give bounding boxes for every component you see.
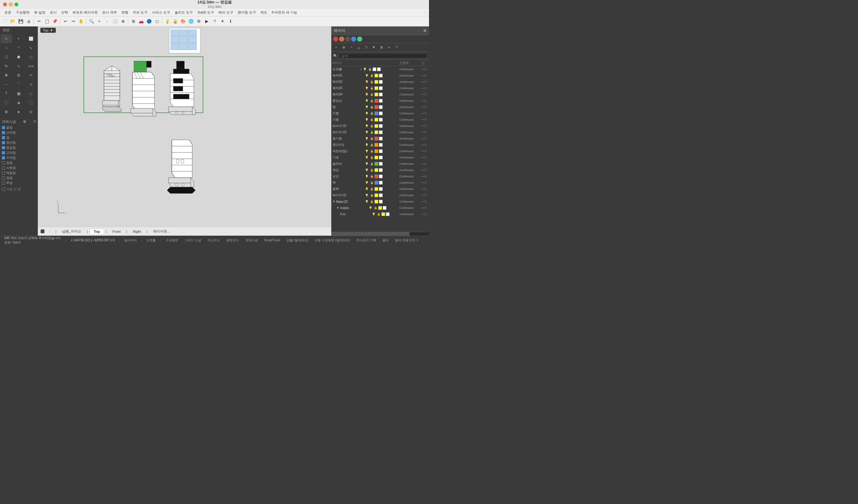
layer-row-column[interactable]: 기둥 💡 🔒 Continuous ↩가 — [331, 116, 429, 123]
layer-lock-layer01[interactable]: 🔒 — [369, 193, 374, 197]
tab-right[interactable]: Right — [129, 229, 145, 234]
tool-freeform[interactable]: ⬢ — [13, 53, 24, 61]
tb-shade[interactable]: 🔵 — [145, 18, 153, 25]
tool-color[interactable]: ● — [13, 108, 24, 116]
layer-light-column[interactable]: 💡 — [364, 117, 369, 122]
layer-light-curve[interactable]: 💡 — [371, 212, 376, 216]
minimize-button[interactable] — [9, 2, 13, 6]
layer-lock-curve[interactable]: 🔒 — [376, 212, 381, 216]
menu-cplane[interactable]: 구성평면 — [14, 10, 32, 15]
tb-car[interactable]: 🚗 — [138, 18, 145, 25]
snap-point[interactable]: 점 — [2, 135, 36, 140]
layer-lock-beam[interactable]: 🔒 — [369, 149, 374, 153]
layer-lock-terrain[interactable]: 🔒 — [369, 111, 374, 116]
layer-lock-railing[interactable]: 🔒 — [369, 174, 374, 179]
layer-row-curve[interactable]: 커브 💡 🔒 Continuous ↩가 — [331, 211, 429, 217]
layer-color-foundation[interactable] — [375, 156, 378, 159]
menu-curve-tools[interactable]: 커브 도구 — [131, 10, 149, 15]
tb-lock[interactable]: 🔒 — [172, 18, 179, 25]
snap-point-check[interactable] — [2, 136, 5, 139]
layer-print-color-make2d[interactable] — [379, 200, 383, 204]
layer-light-ground[interactable]: 💡 — [364, 105, 369, 109]
layer-add-btn[interactable]: + — [333, 44, 339, 51]
tool-copy[interactable]: ⧉ — [13, 71, 24, 80]
snap-vertex-check[interactable] — [2, 176, 5, 180]
layer-row-wall[interactable]: 벽 💡 🔒 Continuous ↩가 — [331, 180, 429, 186]
snap-tangent-check[interactable] — [2, 161, 5, 164]
layer-lock-domuntle[interactable]: 🔒 — [367, 67, 372, 71]
tool-trim[interactable]: ✂ — [25, 71, 36, 80]
layer-row-cylinder[interactable]: 원기둥 💡 🔒 Continuous ↩가 — [331, 135, 429, 142]
layer-print-color-hatch01[interactable] — [379, 74, 383, 78]
menu-surface-tools[interactable]: 서피스 도구 — [150, 10, 172, 15]
tb-sphere[interactable]: 🌐 — [187, 18, 195, 25]
snap-quad[interactable]: 사분점 — [2, 166, 36, 170]
tb-info[interactable]: ℹ — [227, 18, 234, 25]
layer-up-arrow[interactable]: △ — [355, 44, 362, 51]
layer-print-color-layer03[interactable] — [379, 130, 383, 134]
layer-grid-view[interactable]: ⊞ — [378, 44, 385, 51]
layer-row-make2d[interactable]: ▼ Make2D 💡 🔒 Continuous ↩가 — [331, 198, 429, 205]
layer-light-centerline[interactable]: 💡 — [364, 99, 369, 103]
status-filter[interactable]: 필터 — [380, 238, 391, 243]
status-history[interactable]: 히스토리 기록 — [355, 238, 378, 243]
layer-lock-slab[interactable]: 🔒 — [369, 162, 374, 166]
layer-print-color-railing[interactable] — [379, 175, 383, 178]
snap-tangent[interactable]: 접점 — [2, 161, 36, 165]
menu-solid-tools[interactable]: 솔리드 도구 — [173, 10, 195, 15]
snap-intersect-check[interactable] — [2, 151, 5, 155]
status-planar[interactable]: 평면모드 — [224, 238, 241, 243]
tool-extrude[interactable]: ⬛ — [1, 98, 12, 107]
layer-color-visible[interactable] — [378, 206, 382, 210]
layer-row-slab[interactable]: 슬라브 💡 🔒 Continuous ↩가 — [331, 161, 429, 167]
layer-scrollbar[interactable] — [331, 232, 429, 235]
menu-viewport-layout[interactable]: 뷰포트 레이아웃 — [70, 10, 100, 15]
layer-light-railing[interactable]: 💡 — [364, 174, 369, 179]
tb-help[interactable]: ? — [211, 18, 219, 25]
layer-lock-visible[interactable]: 🔒 — [373, 206, 378, 210]
layer-light-hatch03[interactable]: 💡 — [364, 86, 369, 91]
layer-print-color-foundation[interactable] — [379, 156, 383, 159]
layer-light-layer02[interactable]: 💡 — [364, 124, 369, 128]
snap-use-all-check[interactable] — [2, 188, 5, 191]
snap-center-check[interactable] — [2, 146, 5, 149]
layer-print-color-terrain[interactable] — [379, 112, 383, 115]
layer-lock-make2d[interactable]: 🔒 — [369, 199, 374, 204]
layer-down-arrow[interactable]: ▽ — [363, 44, 370, 51]
visible-collapse-icon[interactable]: ▼ — [336, 206, 339, 210]
tb-pan[interactable]: ⊕ — [119, 18, 127, 25]
layer-light-layer01[interactable]: 💡 — [364, 193, 369, 197]
snap-endpoint-check[interactable] — [2, 126, 5, 129]
layer-delete-btn[interactable]: ✕ — [348, 44, 355, 51]
layer-color-domuntle[interactable] — [372, 67, 376, 71]
layer-row-girder[interactable]: 콘(거더) 💡 🔒 Continuous ↩가 — [331, 142, 429, 148]
layer-color-orange[interactable] — [339, 36, 344, 42]
snap-near-check[interactable] — [2, 131, 5, 134]
layer-print-color-centerline[interactable] — [379, 99, 383, 103]
menu-transform[interactable]: 변형 — [120, 10, 130, 15]
layer-print-color-girder[interactable] — [379, 143, 383, 147]
tab-front[interactable]: Front — [109, 229, 125, 234]
layer-light-terrain[interactable]: 💡 — [364, 111, 369, 116]
tb-4view[interactable]: ⊞ — [129, 18, 137, 25]
tool-fillet[interactable]: ⌒ — [13, 80, 24, 89]
layer-row-centerline[interactable]: 중심선 💡 🔒 Continuous ↩가 — [331, 98, 429, 104]
menu-standard[interactable]: 표준 — [2, 10, 13, 15]
layer-light-hatch04[interactable]: 💡 — [364, 92, 369, 97]
layer-row-stairs[interactable]: 계단 💡 🔒 Continuous ↩가 — [331, 167, 429, 173]
layer-color-blue[interactable] — [351, 36, 356, 42]
layer-row-retwall[interactable]: 옹벽 💡 🔒 Continuous ↩가 — [331, 186, 429, 192]
layer-lock-retwall[interactable]: 🔒 — [369, 187, 374, 191]
layer-light-layer03[interactable]: 💡 — [364, 130, 369, 134]
layer-print-color-cylinder[interactable] — [379, 137, 383, 141]
layer-lock-hatch01[interactable]: 🔒 — [369, 74, 374, 78]
layer-color-make2d[interactable] — [375, 200, 378, 204]
status-layer-btn[interactable]: 도면틀 — [144, 238, 158, 243]
snap-settings-icon[interactable]: ⚙ — [23, 120, 26, 124]
layer-color-curve[interactable] — [381, 212, 385, 216]
layer-color-centerline[interactable] — [375, 99, 378, 103]
status-gumball[interactable]: 검볼 (절대좌표) — [285, 238, 310, 243]
snap-knot-check[interactable] — [2, 172, 5, 175]
layer-lock-girder[interactable]: 🔒 — [369, 143, 374, 147]
layer-lock-wall[interactable]: 🔒 — [369, 180, 374, 185]
